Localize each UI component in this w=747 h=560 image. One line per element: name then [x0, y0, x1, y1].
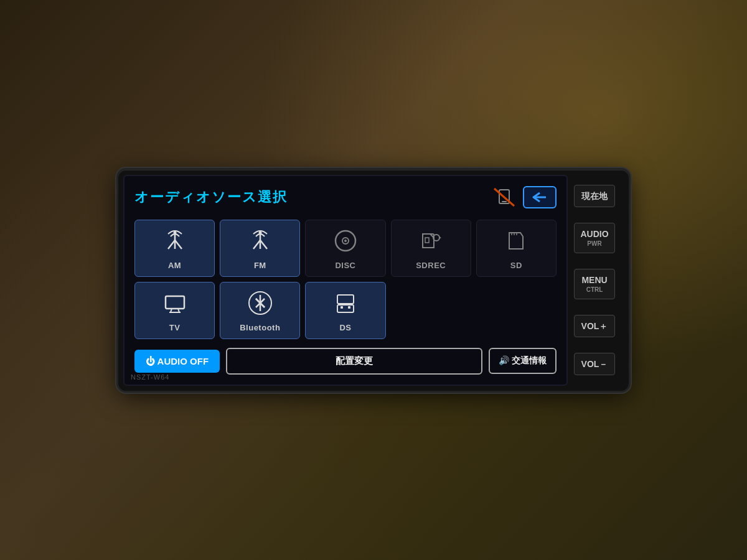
audio-main-label: AUDIO	[578, 228, 611, 240]
svg-line-10	[260, 240, 267, 249]
svg-rect-2	[502, 201, 507, 202]
screen-header: オーディオソース選択	[134, 186, 557, 208]
bottom-bar: ⏻ AUDIO OFF 配置変更 🔊 交通情報	[134, 348, 557, 375]
am-icon	[162, 228, 188, 257]
source-btn-sd[interactable]: SD	[476, 220, 557, 277]
svg-rect-23	[166, 296, 184, 309]
back-button[interactable]	[523, 186, 557, 208]
model-label: NSZT-W64	[131, 373, 169, 381]
svg-point-7	[173, 231, 176, 234]
fm-label: FM	[254, 261, 266, 270]
source-btn-tv[interactable]: TV	[134, 282, 215, 339]
vol-plus-button[interactable]: VOL＋	[574, 315, 615, 337]
sdrec-label: SDREC	[416, 261, 446, 270]
vol-plus-label: VOL＋	[578, 320, 611, 332]
disc-label: DISC	[335, 261, 355, 270]
svg-point-11	[258, 231, 261, 234]
tv-icon	[162, 290, 188, 319]
svg-point-14	[344, 240, 347, 242]
source-btn-fm[interactable]: FM	[220, 220, 300, 277]
sdrec-icon	[418, 228, 444, 257]
ds-label: DS	[339, 323, 351, 332]
tv-label: TV	[169, 323, 181, 332]
source-btn-disc[interactable]: DISC	[305, 220, 385, 277]
ds-icon	[332, 290, 359, 319]
screen: オーディオソース選択	[123, 175, 568, 386]
genzaichi-label: 現在地	[578, 190, 611, 202]
sd-icon	[503, 228, 529, 257]
side-buttons: 現在地 AUDIO PWR MENU CTRL VOL＋ VOL－	[568, 175, 624, 386]
menu-main-label: MENU	[578, 274, 611, 286]
audio-sub-label: PWR	[578, 240, 611, 248]
svg-line-5	[168, 240, 175, 249]
source-btn-ds[interactable]: DS	[305, 282, 385, 339]
source-grid: AM FM	[134, 220, 557, 339]
source-btn-am[interactable]: AM	[134, 220, 215, 277]
screen-title: オーディオソース選択	[134, 188, 288, 207]
vol-minus-label: VOL－	[578, 358, 611, 370]
no-phone-icon	[492, 186, 517, 208]
svg-rect-29	[337, 295, 354, 304]
svg-line-6	[175, 240, 182, 249]
bluetooth-icon	[247, 290, 273, 319]
svg-rect-30	[337, 305, 354, 312]
source-btn-sdrec[interactable]: SDREC	[391, 220, 471, 277]
screen-header-right	[492, 186, 557, 208]
svg-rect-33	[348, 306, 350, 309]
genzaichi-button[interactable]: 現在地	[574, 185, 615, 207]
svg-rect-32	[341, 306, 343, 309]
menu-ctrl-button[interactable]: MENU CTRL	[574, 269, 615, 299]
am-label: AM	[168, 261, 181, 270]
stereo-unit: オーディオソース選択	[118, 170, 629, 391]
fm-icon	[247, 228, 273, 257]
scene: オーディオソース選択	[0, 0, 747, 560]
sd-label: SD	[510, 261, 522, 270]
audio-pwr-button[interactable]: AUDIO PWR	[574, 223, 615, 253]
disc-icon	[332, 228, 359, 257]
layout-change-button[interactable]: 配置変更	[226, 348, 482, 375]
traffic-button[interactable]: 🔊 交通情報	[489, 348, 557, 374]
svg-marker-16	[423, 234, 434, 248]
audio-off-button[interactable]: ⏻ AUDIO OFF	[134, 350, 220, 373]
svg-rect-17	[425, 238, 429, 243]
source-btn-bluetooth[interactable]: Bluetooth	[220, 282, 300, 339]
svg-marker-19	[439, 236, 441, 239]
vol-minus-button[interactable]: VOL－	[574, 353, 615, 375]
menu-sub-label: CTRL	[578, 286, 611, 294]
bluetooth-label: Bluetooth	[240, 323, 280, 332]
svg-line-9	[253, 240, 260, 249]
